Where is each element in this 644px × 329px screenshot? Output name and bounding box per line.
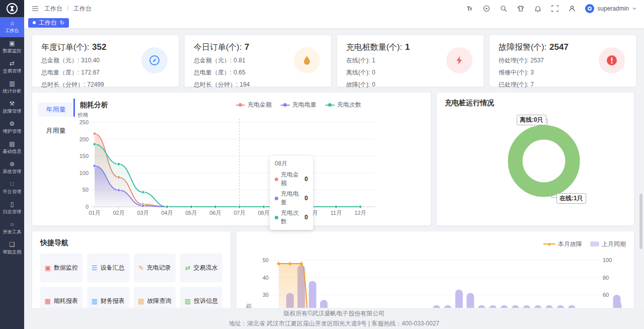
compass-icon bbox=[141, 47, 168, 73]
legend-item-this-month[interactable]: ★ 本月故障 bbox=[543, 240, 582, 249]
bar-swatch bbox=[590, 241, 599, 246]
quick-nav-title: 快捷导航 bbox=[40, 238, 222, 248]
stat-detail-row: 故障(个):0 bbox=[346, 80, 474, 89]
svg-text:价格: 价格 bbox=[77, 113, 89, 118]
quick-nav-data-monitor[interactable]: ▣数据监控 bbox=[40, 254, 83, 282]
svg-text:06月: 06月 bbox=[209, 210, 221, 216]
theme-icon[interactable] bbox=[517, 5, 525, 13]
list-icon: ☰ bbox=[92, 264, 98, 272]
sidebar-item-workbench[interactable]: ⌂ 工作台 bbox=[0, 17, 24, 37]
page-tab-bar: 工作台 ↻ bbox=[24, 17, 644, 29]
svg-text:01月: 01月 bbox=[89, 210, 100, 216]
svg-text:50: 50 bbox=[83, 187, 89, 193]
sidebar-item-maintenance[interactable]: ⚙ 维护管理 bbox=[0, 118, 24, 138]
stat-cards-row: 年度订单(个):352 总金额（元）:310.40 总电量（度）:172.67 … bbox=[32, 35, 636, 87]
stat-detail-row: 总时长（分钟）:194 bbox=[194, 80, 322, 89]
monitor-icon: ▣ bbox=[9, 40, 15, 47]
tab-yearly-usage[interactable]: 年用量 bbox=[38, 103, 73, 117]
quick-nav-transactions[interactable]: ⇄交易流水 bbox=[180, 254, 222, 282]
breadcrumb-item-1[interactable]: 工作台 bbox=[44, 5, 62, 12]
chart-tooltip: 08月 充电金额 0 充电电量 0 充电次数 0 bbox=[270, 156, 313, 230]
sidebar-item-dev-tools[interactable]: ○ 开发工具 bbox=[0, 218, 24, 238]
stat-card-fault-alarms: 故障报警(个):2547 待处理(个):2537 维修中(个):3 已处理(个)… bbox=[490, 35, 636, 87]
scrollbar-thumb[interactable] bbox=[639, 194, 642, 249]
monitor-icon: ▣ bbox=[45, 264, 51, 272]
sidebar-item-logs[interactable]: ▯ 日志管理 bbox=[0, 198, 24, 218]
stat-value: 7 bbox=[245, 42, 249, 52]
app-logo bbox=[0, 0, 24, 17]
stat-title: 故障报警(个): bbox=[499, 43, 546, 51]
svg-text:150: 150 bbox=[79, 153, 89, 159]
stat-detail-row: 已处理(个):7 bbox=[499, 80, 627, 89]
sidebar-item-fault[interactable]: ⚒ 故障管理 bbox=[0, 98, 24, 118]
stat-title: 充电桩数量(个): bbox=[346, 43, 402, 51]
text-size-icon[interactable]: Tr bbox=[465, 5, 473, 13]
energy-line-chart[interactable]: 050100150200250价格01月02月03月04月05月06月07月08… bbox=[73, 113, 416, 219]
legend-item-count[interactable]: 充电次数 bbox=[326, 101, 361, 109]
tab-refresh-icon[interactable]: ↻ bbox=[60, 20, 64, 26]
energy-analysis-card: 年用量 月用量 能耗分析 充电金额 充电电量 bbox=[32, 93, 431, 225]
sidebar-item-trade[interactable]: ⇄ 交易管理 bbox=[0, 57, 24, 77]
quick-nav-device-summary[interactable]: ☰设备汇总 bbox=[87, 254, 129, 282]
star-line-swatch: ★ bbox=[543, 241, 555, 247]
sidebar-item-help-docs[interactable]: ❏ 帮助文档 bbox=[0, 238, 24, 259]
grid-icon: ∷ bbox=[10, 181, 14, 188]
drop-icon bbox=[294, 47, 320, 73]
sidebar-item-platform[interactable]: ∷ 平台管理 bbox=[0, 178, 24, 198]
svg-text:07月: 07月 bbox=[233, 210, 245, 216]
sidebar-item-data-monitor[interactable]: ▣ 数据监控 bbox=[0, 37, 24, 57]
svg-text:★: ★ bbox=[276, 260, 282, 267]
book-icon: ▥ bbox=[91, 297, 97, 305]
svg-text:03月: 03月 bbox=[137, 210, 148, 216]
svg-text:0: 0 bbox=[86, 204, 89, 210]
user-menu[interactable]: superadmin bbox=[585, 4, 637, 13]
legend-item-amount[interactable]: 充电金额 bbox=[236, 101, 272, 109]
tooltip-row: 充电次数 0 bbox=[275, 209, 308, 226]
sidebar-item-system[interactable]: ⊛ 系统管理 bbox=[0, 158, 24, 178]
energy-chart-area: 能耗分析 充电金额 充电电量 充电次数 bbox=[73, 99, 425, 219]
pen-icon: ✎ bbox=[138, 264, 144, 272]
energy-legend: 充电金额 充电电量 充电次数 bbox=[236, 99, 361, 109]
copyright-line: 版权所有©武汉盛帆电子股份有限公司 bbox=[284, 309, 385, 318]
chevron-down-icon bbox=[632, 6, 637, 11]
alert-icon bbox=[599, 47, 625, 73]
sidebar-item-statistics[interactable]: ▥ 统计分析 bbox=[0, 77, 24, 98]
tab-monthly-usage[interactable]: 月用量 bbox=[38, 124, 73, 138]
svg-text:12月: 12月 bbox=[354, 210, 366, 216]
legend-item-last-month[interactable]: 上月同期 bbox=[590, 240, 626, 249]
stat-detail-row: 总时长（分钟）:72499 bbox=[41, 80, 170, 89]
svg-text:80: 80 bbox=[603, 275, 609, 281]
tab-active-dot bbox=[33, 21, 36, 24]
svg-text:40: 40 bbox=[263, 275, 269, 281]
journal-icon: ▯ bbox=[11, 201, 14, 208]
bar-chart-icon: ▥ bbox=[9, 80, 15, 87]
tab-workbench[interactable]: 工作台 ↻ bbox=[28, 18, 69, 28]
fullscreen-icon[interactable] bbox=[551, 5, 559, 13]
sidebar-item-basic-info[interactable]: ▤ 基础信息 bbox=[0, 138, 24, 158]
donut-label-online[interactable]: 在线:1只 bbox=[556, 193, 586, 204]
collapse-sidebar-icon[interactable] bbox=[31, 5, 39, 13]
home-icon: ⌂ bbox=[10, 20, 14, 27]
stat-title: 今日订单(个): bbox=[194, 43, 242, 51]
bell-icon[interactable] bbox=[534, 5, 542, 13]
stat-card-annual-orders: 年度订单(个):352 总金额（元）:310.40 总电量（度）:172.67 … bbox=[32, 35, 179, 87]
tooltip-dot bbox=[275, 197, 278, 200]
legend-item-energy[interactable]: 充电电量 bbox=[281, 101, 316, 109]
user-icon[interactable] bbox=[568, 5, 576, 13]
exchange-icon: ⇄ bbox=[185, 264, 191, 272]
main-content: 年度订单(个):352 总金额（元）:310.40 总电量（度）:172.67 … bbox=[24, 29, 644, 329]
gear-icon: ⊛ bbox=[10, 161, 15, 168]
charts-row: 年用量 月用量 能耗分析 充电金额 充电电量 bbox=[32, 93, 636, 225]
stat-title: 年度订单(个): bbox=[41, 43, 89, 51]
user-name: superadmin bbox=[597, 5, 629, 12]
tooltip-row: 充电电量 0 bbox=[275, 190, 308, 207]
donut-label-offline[interactable]: 离线:0只 bbox=[517, 115, 546, 125]
energy-tabs: 年用量 月用量 bbox=[38, 99, 73, 219]
svg-text:30: 30 bbox=[263, 292, 269, 298]
svg-text:50: 50 bbox=[263, 257, 269, 263]
refresh-circle-icon[interactable] bbox=[482, 5, 491, 13]
quick-nav-charge-records[interactable]: ✎充电记录 bbox=[134, 254, 176, 282]
stat-card-today-orders: 今日订单(个):7 总金额（元）:0.81 总电量（度）:0.65 总时长（分钟… bbox=[185, 35, 331, 87]
search-icon[interactable] bbox=[500, 5, 508, 13]
exchange-icon: ⇄ bbox=[10, 60, 15, 67]
